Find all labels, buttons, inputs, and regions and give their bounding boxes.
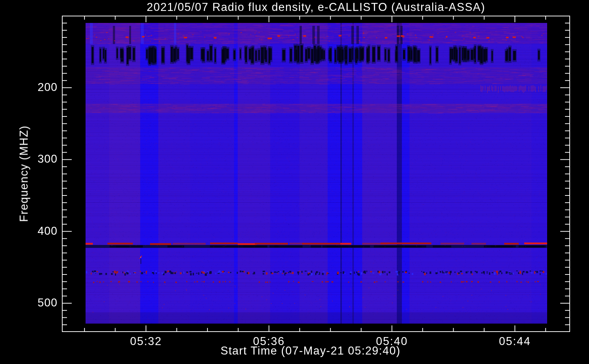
y-tick-label: 300: [0, 153, 58, 166]
y-tick-label: 200: [0, 81, 58, 94]
spectrogram-canvas: [0, 0, 589, 364]
y-axis-label: Frequency (MHZ): [17, 125, 31, 222]
chart-title: 2021/05/07 Radio flux density, e-CALLIST…: [62, 1, 570, 14]
x-tick-label: 05:40: [376, 335, 408, 348]
x-tick-label: 05:44: [499, 335, 531, 348]
y-tick-label: 500: [0, 296, 58, 309]
y-tick-label: 400: [0, 225, 58, 238]
x-tick-label: 05:32: [130, 335, 162, 348]
x-tick-label: 05:36: [253, 335, 285, 348]
x-axis-label: Start Time (07-May-21 05:29:40): [221, 344, 400, 357]
spectrogram-plot: 2021/05/07 Radio flux density, e-CALLIST…: [0, 0, 589, 364]
